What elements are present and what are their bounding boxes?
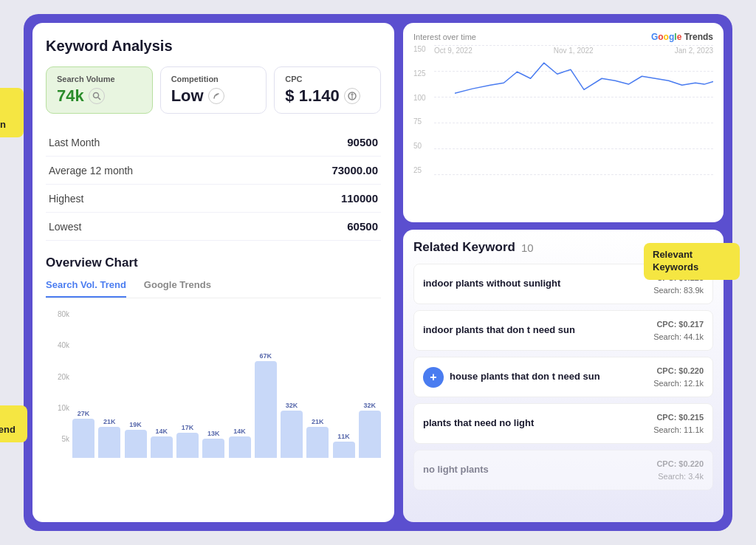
keyword-search: Search: 83.9k: [653, 284, 704, 297]
bar: [151, 436, 173, 458]
stat-label: Average 12 month: [46, 157, 258, 185]
bar-label: 17K: [182, 424, 194, 431]
chart-tabs: Search Vol. Trend Google Trends: [46, 279, 381, 298]
bar: [176, 433, 199, 458]
y-axis-labels: 80k 40k 20k 10k 5k: [46, 310, 69, 443]
bar: [125, 430, 147, 458]
bar: [333, 442, 355, 458]
trends-label: Interest over time: [413, 32, 476, 41]
stat-value: 60500: [258, 213, 381, 241]
related-title: Related Keyword: [413, 240, 515, 255]
keyword-item[interactable]: + house plants that don t need sun CPC: …: [413, 357, 713, 397]
overview-chart-title: Overview Chart: [46, 256, 381, 270]
bar-group: 14K: [151, 310, 173, 458]
annotation-relevant-keywords: Relevant Keywords: [644, 243, 740, 280]
trends-header: Interest over time Google Trends: [413, 32, 713, 42]
bar-label: 27K: [78, 410, 90, 417]
bar-group: 32K: [359, 310, 381, 458]
bar-label: 19K: [129, 421, 142, 428]
cpc-label: CPC: [285, 75, 370, 83]
bar-label: 13K: [207, 430, 220, 437]
annotation-search-volume: Search Volume & Competition: [0, 88, 24, 137]
bar-chart: 80k 40k 20k 10k 5k 27K 21K 19K 14K 17K 1…: [46, 310, 381, 458]
bar: [98, 427, 120, 458]
competition-card: Competition Low: [160, 66, 267, 114]
keyword-cpc: CPC: $0.215: [653, 411, 704, 424]
cpc-value: $ 1.140: [285, 86, 370, 106]
trends-chart-area: 150 125 100 75 50 25: [413, 45, 713, 189]
stat-label: Highest: [46, 185, 258, 213]
bar-group: 13K: [202, 310, 224, 458]
trends-line-chart: [455, 45, 713, 117]
trends-y-labels: 150 125 100 75 50 25: [413, 45, 431, 174]
bar: [255, 361, 277, 458]
bar: [306, 427, 329, 458]
keyword-name: house plants that don t need sun: [450, 370, 653, 383]
tab-search-vol-trend[interactable]: Search Vol. Trend: [46, 279, 126, 298]
bar: [281, 411, 303, 458]
search-volume-label: Search Volume: [57, 75, 142, 83]
competition-value: Low: [171, 86, 256, 106]
competition-label: Competition: [171, 75, 256, 83]
stats-row: Average 12 month 73000.00: [46, 157, 381, 185]
search-icon[interactable]: [89, 88, 105, 104]
cpc-icon: [344, 88, 360, 104]
bar-label: 32K: [364, 402, 377, 409]
bar-label: 67K: [260, 352, 272, 360]
keyword-cpc: CPC: $0.220: [656, 458, 704, 470]
metric-row: Search Volume 74k Competition Low: [46, 66, 381, 114]
stat-label: Last Month: [46, 128, 258, 157]
bar-label: 21K: [312, 418, 324, 425]
trends-grid: [434, 45, 713, 174]
keyword-cpc: CPC: $0.220: [653, 365, 704, 377]
keyword-stats: CPC: $0.220 Search: 3.4k: [656, 458, 704, 482]
bar: [229, 436, 251, 458]
bar-group: 17K: [176, 310, 199, 458]
keyword-item[interactable]: plants that need no light CPC: $0.215 Se…: [413, 403, 713, 444]
stat-value: 90500: [258, 128, 381, 157]
keyword-name: no light plants: [423, 463, 656, 476]
svg-point-0: [93, 93, 98, 98]
bar-group: 19K: [125, 310, 147, 458]
bar-label: 21K: [103, 418, 116, 425]
keyword-stats: CPC: $0.215 Search: 11.1k: [653, 411, 704, 436]
main-container: Search Volume & Competition 12 Months Ke…: [24, 14, 732, 531]
keyword-list: indoor plants without sunlight CPC: $0.2…: [413, 264, 713, 490]
keyword-stats: CPC: $0.220 Search: 12.1k: [653, 365, 704, 389]
keyword-cpc: CPC: $0.217: [653, 318, 704, 331]
svg-line-1: [98, 97, 100, 100]
keyword-name: indoor plants that don t need sun: [423, 323, 653, 337]
bar-label: 14K: [233, 428, 246, 435]
bar: [72, 419, 94, 458]
bar-label: 11K: [337, 433, 350, 440]
keyword-name: indoor plants without sunlight: [423, 277, 653, 290]
bar-group: 67K: [255, 310, 277, 458]
keyword-item[interactable]: no light plants CPC: $0.220 Search: 3.4k: [413, 450, 713, 490]
stat-label: Lowest: [46, 213, 258, 241]
left-panel: Keyword Analysis Search Volume 74k Compe…: [32, 23, 394, 522]
bar: [202, 439, 224, 458]
bar-group: 21K: [306, 310, 329, 458]
google-trends-logo: Google Trends: [651, 32, 713, 42]
stats-row: Last Month 90500: [46, 128, 381, 157]
bar: [359, 411, 381, 458]
keyword-name: plants that need no light: [423, 417, 653, 430]
stats-table: Last Month 90500 Average 12 month 73000.…: [46, 128, 381, 241]
keyword-search: Search: 3.4k: [656, 470, 704, 483]
keyword-search: Search: 44.1k: [653, 331, 704, 343]
stat-value: 110000: [258, 185, 381, 213]
keyword-search: Search: 11.1k: [653, 424, 704, 436]
keyword-stats: CPC: $0.217 Search: 44.1k: [653, 318, 704, 343]
search-volume-card: Search Volume 74k: [46, 66, 153, 114]
bar-label: 14K: [156, 428, 168, 435]
stats-row: Lowest 60500: [46, 213, 381, 241]
tab-google-trends[interactable]: Google Trends: [144, 279, 211, 298]
add-keyword-button[interactable]: +: [423, 367, 444, 388]
bar-group: 11K: [333, 310, 355, 458]
overview-chart-section: Overview Chart Search Vol. Trend Google …: [46, 256, 381, 458]
search-volume-value: 74k: [57, 86, 142, 106]
keyword-item[interactable]: indoor plants that don t need sun CPC: $…: [413, 310, 713, 351]
bar-group: 32K: [281, 310, 303, 458]
trends-card: Interest over time Google Trends 150 125…: [403, 23, 724, 222]
competition-icon: [208, 88, 224, 104]
